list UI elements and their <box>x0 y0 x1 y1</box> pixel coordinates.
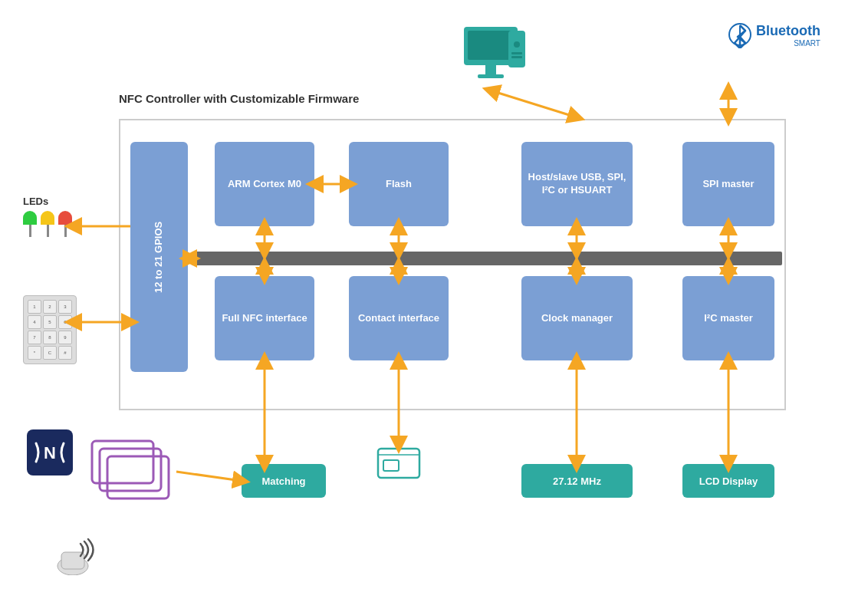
key-5: 5 <box>43 315 57 329</box>
host-block: Host/slave USB, SPI, I²C or HSUART <box>521 142 633 226</box>
svg-rect-6 <box>511 52 522 54</box>
i2c-master-block: I²C master <box>682 276 774 360</box>
spi-master-block: SPI master <box>682 142 774 226</box>
nfc-logo-area: N <box>27 429 73 479</box>
key-3: 3 <box>58 300 72 314</box>
key-0: C <box>43 346 57 360</box>
full-nfc-block: Full NFC interface <box>215 276 314 360</box>
arm-block: ARM Cortex M0 <box>215 142 314 226</box>
svg-rect-2 <box>485 65 496 74</box>
key-2: 2 <box>43 300 57 314</box>
computer-icon <box>452 15 529 100</box>
antenna-coils <box>84 426 176 505</box>
key-hash: # <box>58 346 72 360</box>
key-6: 6 <box>58 315 72 329</box>
keypad-grid: 1 2 3 4 5 6 7 8 9 * C # <box>23 295 77 364</box>
bluetooth-label: Bluetooth <box>756 23 820 39</box>
svg-rect-20 <box>383 460 399 471</box>
key-7: 7 <box>28 331 41 344</box>
key-star: * <box>28 346 41 360</box>
smart-label: SMART <box>756 39 820 48</box>
flash-block: Flash <box>349 142 449 226</box>
led-red <box>58 211 72 237</box>
svg-line-40 <box>176 472 242 481</box>
leds-label: LEDs <box>23 196 72 207</box>
bluetooth-area: Bluetooth SMART <box>728 21 820 48</box>
svg-text:N: N <box>44 443 56 462</box>
mhz-block: 27.12 MHz <box>521 464 633 498</box>
svg-rect-4 <box>508 31 525 67</box>
diagram-container: NFC Controller with Customizable Firmwar… <box>0 0 868 612</box>
leds-area: LEDs <box>23 196 72 237</box>
led-yellow <box>41 211 54 237</box>
svg-point-5 <box>514 41 520 48</box>
contact-block: Contact interface <box>349 276 449 360</box>
led-row <box>23 211 72 237</box>
smartcard-icon <box>376 445 422 483</box>
key-8: 8 <box>43 331 57 344</box>
gpio-block: 12 to 21 GPIOS <box>130 142 188 372</box>
svg-rect-15 <box>100 449 161 491</box>
clock-block: Clock manager <box>521 276 633 360</box>
led-green <box>23 211 37 237</box>
svg-rect-14 <box>107 456 169 498</box>
nfc-label: NFC Controller with Customizable Firmwar… <box>119 92 359 105</box>
key-1: 1 <box>28 300 41 314</box>
svg-rect-1 <box>468 31 514 60</box>
svg-rect-3 <box>478 74 504 78</box>
key-9: 9 <box>58 331 72 344</box>
keypad-area: 1 2 3 4 5 6 7 8 9 * C # <box>23 295 77 364</box>
lcd-block: LCD Display <box>682 464 774 498</box>
svg-rect-7 <box>511 56 522 58</box>
key-4: 4 <box>28 315 41 329</box>
svg-rect-16 <box>92 441 153 483</box>
bus-bar <box>192 252 782 265</box>
matching-block: Matching <box>242 464 326 498</box>
contactless-icon <box>46 529 100 578</box>
